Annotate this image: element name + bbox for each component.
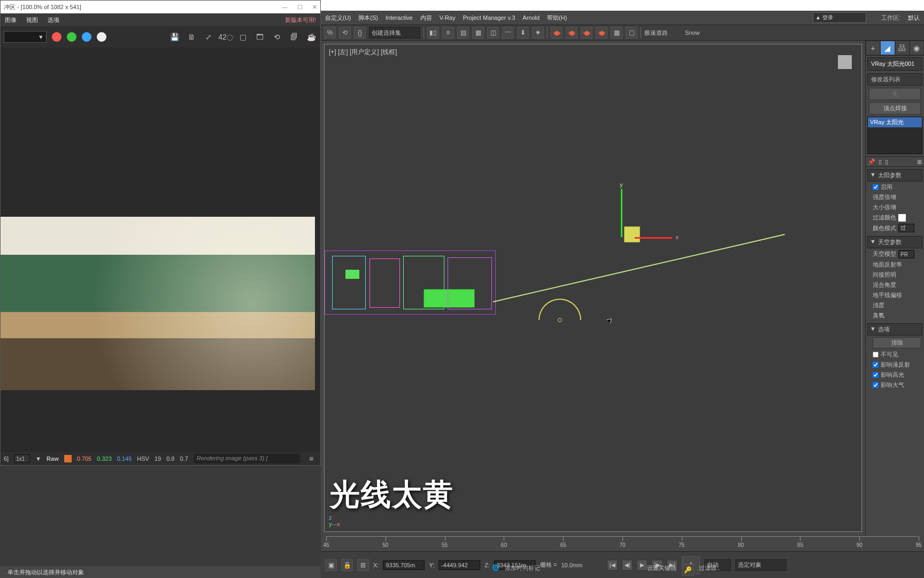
menu-image[interactable]: 图像 [5,16,17,24]
layer-explorer-icon[interactable]: ▦ [472,27,484,39]
schematic-icon[interactable]: ⬇ [517,27,529,39]
red-channel-icon[interactable] [52,32,61,42]
render-setup-icon[interactable]: ▦ [611,27,622,39]
menu-view[interactable]: 视图 [26,16,38,24]
timeline[interactable]: 4550556065707580859095 [321,535,924,551]
colormode-dropdown[interactable]: 过 [898,224,914,232]
key-filter-label[interactable]: 过滤器.. [699,564,720,576]
mod-none-button[interactable]: 无 [869,88,921,100]
minimize-icon[interactable]: — [282,4,288,11]
blue-channel-icon[interactable] [82,32,91,42]
coord-y-field[interactable]: -4449.942 [438,560,480,570]
time-ruler[interactable]: 4550556065707580859095 [326,536,919,551]
menu-script[interactable]: 脚本(S) [358,14,378,22]
menu-interactive[interactable]: Interactive [386,14,413,21]
rollup-sky-header[interactable]: ▼天空参数 [867,236,922,248]
viewcube-icon[interactable] [838,55,852,69]
modifier-list-dropdown[interactable]: 修改器列表 [867,73,922,86]
key-icon[interactable]: 🔑 [682,564,694,576]
vfb-titlebar[interactable]: 冲区 - [100.0% of 1082 x 541] — ☐ ✕ [1,1,320,13]
mono-channel-icon[interactable] [97,32,106,42]
vertex-weld-button[interactable]: 顶点焊接 [869,102,921,115]
rollup-sun-header[interactable]: ▼太阳参数 [867,169,922,181]
compare-icon[interactable]: 🗔 [254,31,266,43]
new-version-link[interactable]: 新版本可用! [285,16,316,24]
copy-icon[interactable]: 🗎 [186,31,197,43]
save-icon[interactable]: 💾 [168,31,180,43]
exclude-button[interactable]: 排除 [873,337,921,348]
layers-icon[interactable]: ▤ [457,27,469,39]
percent-icon[interactable]: % [324,27,336,39]
stack-config-icon[interactable]: ⊞ [917,158,922,165]
teapot1-icon[interactable]: 🫖 [551,27,563,39]
isolate-icon[interactable]: ▣ [325,559,337,571]
menu-arnold[interactable]: Arnold [522,14,540,21]
snap-angle-icon[interactable]: ⟲ [339,27,351,39]
braces-icon[interactable]: {} [354,27,366,39]
rollup-options-header[interactable]: ▼选项 [867,323,922,336]
green-channel-icon[interactable] [67,32,76,42]
menu-options[interactable]: 选项 [48,16,59,24]
close-icon[interactable]: ✕ [312,4,317,11]
sun-compass[interactable] [538,299,581,320]
align-icon[interactable]: ≡ [442,27,454,39]
gizmo-y-axis[interactable] [621,189,622,237]
pin-icon[interactable]: 📌 [868,158,875,165]
bucket-icon[interactable]: 42◌ [220,31,232,43]
lock-icon[interactable]: 🔒 [341,559,353,571]
stack-tool2-icon[interactable]: ▯ [885,158,888,165]
sun-enable-checkbox[interactable]: 启用 [873,183,921,191]
stack-item-vraysun[interactable]: VRay 太阳光 [868,117,922,127]
sky-model-dropdown[interactable]: PR [898,250,914,258]
menu-icon[interactable]: ≡ [305,453,317,465]
channel-dropdown[interactable]: ▼ [4,31,47,43]
vfb-viewport[interactable] [1,48,320,452]
menu-customize[interactable]: 自定义(U) [325,14,351,22]
frame-icon[interactable]: ▢ [237,31,249,43]
menu-projectmanager[interactable]: Project Manager v.3 [463,14,515,21]
script-btn-2[interactable]: Snow [685,29,700,36]
render-frame-icon[interactable]: ▢ [626,27,637,39]
history-icon[interactable]: 🗐 [288,31,300,43]
region-icon[interactable]: ⤢ [203,31,214,43]
teapot3-icon[interactable]: 🫖 [581,27,592,39]
affect-specular-checkbox[interactable]: 影响高光 [873,371,921,379]
globe-icon[interactable]: 🌐 [492,564,499,576]
teapot4-icon[interactable]: 🫖 [596,27,607,39]
teapot-icon[interactable]: ☕ [305,31,317,43]
menu-help[interactable]: 帮助(H) [547,14,567,22]
stack-tool-icon[interactable]: ▯ [879,158,882,165]
maximize-icon[interactable]: ☐ [297,4,303,11]
selection-set-dropdown[interactable]: 创建选择集 [369,27,420,39]
affect-diffuse-checkbox[interactable]: 影响漫反射 [873,361,921,369]
object-name-field[interactable]: VRay 太阳光001 [867,57,922,71]
add-time-tag[interactable]: 添加时间标记 [505,564,540,576]
set-key-label[interactable]: 设置关键点 [647,564,676,576]
tab-modify[interactable]: ◢ [880,41,895,55]
affect-atmos-checkbox[interactable]: 影响大气 [873,381,921,389]
tab-hierarchy[interactable]: 品 [895,41,910,55]
invisible-checkbox[interactable]: 不可见 [873,351,921,359]
refresh-icon[interactable]: ⟲ [271,31,283,43]
max-titlebar[interactable] [321,0,924,11]
tab-motion[interactable]: ◉ [910,41,924,55]
gizmo-x-axis[interactable] [635,237,672,239]
workspace-value[interactable]: 默认 [908,14,920,22]
ribbon-icon[interactable]: ◫ [487,27,499,39]
snap-icon[interactable]: ⊞ [357,559,369,571]
scale-dropdown[interactable]: 1x1 [14,454,30,463]
viewport-label[interactable]: [+] [左] [用户定义] [线框] [329,48,397,57]
tab-create[interactable]: + [866,41,880,55]
modifier-stack[interactable]: VRay 太阳光 [867,117,922,154]
menu-content[interactable]: 内容 [420,14,432,22]
menu-vray[interactable]: V-Ray [440,14,456,21]
sun-object[interactable] [624,226,640,242]
teapot2-icon[interactable]: 🫖 [566,27,578,39]
mirror-icon[interactable]: ▮▯ [427,27,439,39]
chevron-down-icon[interactable]: ▼ [35,455,41,462]
material-icon[interactable]: ✷ [532,27,544,39]
coord-x-field[interactable]: 9335.705m [383,560,425,570]
selection-dropdown[interactable]: 选定对象 [735,559,787,571]
viewport-left[interactable]: [+] [左] [用户定义] [线框] zy—x [324,44,862,532]
filter-color-swatch[interactable] [898,214,906,222]
